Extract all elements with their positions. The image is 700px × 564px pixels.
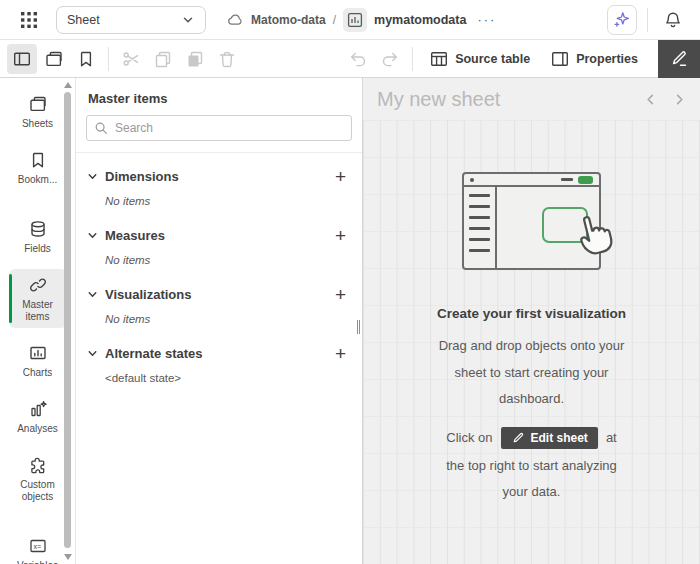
- default-state-item[interactable]: <default state>: [105, 372, 362, 384]
- cta-suffix: at: [606, 430, 617, 445]
- cloud-icon: [226, 11, 244, 29]
- sidebar-item-variables[interactable]: x= Variables: [9, 530, 67, 564]
- sheet-title: My new sheet: [377, 88, 644, 111]
- add-visualization-button[interactable]: +: [333, 285, 348, 304]
- section-empty-text: No items: [105, 254, 362, 266]
- view-selector-value: Sheet: [67, 13, 173, 27]
- section-label: Visualizations: [105, 287, 333, 302]
- section-measures[interactable]: Measures +: [76, 220, 362, 250]
- paste-button[interactable]: [180, 44, 210, 74]
- edit-sheet-button[interactable]: Edit sheet: [501, 427, 598, 449]
- scroll-down-arrow[interactable]: [64, 554, 72, 560]
- section-label: Measures: [105, 228, 333, 243]
- breadcrumb-app-name[interactable]: mymatomodata: [374, 13, 466, 27]
- variables-icon: x=: [28, 536, 48, 556]
- toolbar: Source table Properties: [0, 40, 700, 78]
- sidebar-item-label: Master items: [11, 299, 65, 323]
- add-dimension-button[interactable]: +: [333, 167, 348, 186]
- undo-icon: [348, 49, 368, 69]
- paste-icon: [185, 49, 205, 69]
- chevron-down-icon[interactable]: [86, 229, 99, 242]
- sidebar-item-label: Fields: [24, 243, 51, 255]
- section-empty-text: No items: [105, 195, 362, 207]
- sidebar-item-bookmarks[interactable]: Bookm...: [9, 144, 67, 191]
- section-empty-text: No items: [105, 313, 362, 325]
- pencil-icon: [669, 49, 689, 69]
- search-input[interactable]: [86, 115, 352, 141]
- window-icon: [44, 49, 64, 69]
- link-icon: [28, 275, 48, 295]
- illustration-dot: [470, 178, 474, 182]
- illustration-green-pill: [578, 176, 593, 184]
- section-visualizations[interactable]: Visualizations +: [76, 279, 362, 309]
- svg-text:x=: x=: [33, 543, 41, 550]
- edit-sheet-toggle-button[interactable]: [658, 40, 700, 78]
- sidebar-item-analyses[interactable]: Analyses: [9, 393, 67, 440]
- copy-icon: [153, 49, 173, 69]
- toolbar-divider-right: [412, 47, 413, 71]
- empty-state-body-line: dashboard.: [363, 386, 700, 413]
- topbar-right: [607, 5, 688, 35]
- scroll-up-arrow[interactable]: [64, 82, 72, 88]
- empty-sheet-illustration: [462, 172, 601, 270]
- section-label: Dimensions: [105, 169, 333, 184]
- panel-right-icon: [550, 49, 570, 69]
- breadcrumb-space-name[interactable]: Matomo-data: [251, 13, 326, 27]
- sidebar-item-label: Charts: [23, 367, 52, 379]
- sidebar-item-sheets[interactable]: Sheets: [9, 88, 67, 135]
- undo-button[interactable]: [343, 44, 373, 74]
- nav-scrollbar[interactable]: [63, 78, 73, 564]
- copy-button[interactable]: [148, 44, 178, 74]
- properties-button[interactable]: Properties: [540, 44, 648, 74]
- app-switcher-button[interactable]: [14, 5, 44, 35]
- delete-button[interactable]: [212, 44, 242, 74]
- top-bar: Sheet Matomo-data / mymatomodata ···: [0, 0, 700, 40]
- add-measure-button[interactable]: +: [333, 226, 348, 245]
- master-items-panel: Master items Dimensions + No items: [76, 78, 363, 564]
- ai-assistant-button[interactable]: [607, 5, 637, 35]
- sidebar-item-charts[interactable]: Charts: [9, 337, 67, 384]
- section-dimensions[interactable]: Dimensions +: [76, 161, 362, 191]
- redo-icon: [380, 49, 400, 69]
- empty-state-body-line: sheet to start creating your: [363, 360, 700, 387]
- empty-state-heading: Create your first visualization: [363, 306, 700, 321]
- section-label: Alternate states: [105, 346, 333, 361]
- sheets-toolbar-button[interactable]: [39, 44, 69, 74]
- view-selector-dropdown[interactable]: Sheet: [56, 6, 206, 34]
- section-alternate-states[interactable]: Alternate states +: [76, 338, 362, 368]
- search-icon: [93, 120, 109, 136]
- redo-button[interactable]: [375, 44, 405, 74]
- notifications-button[interactable]: [658, 5, 688, 35]
- panel-title: Master items: [76, 78, 362, 115]
- cta-prefix: Click on: [446, 430, 492, 445]
- cta-line-2: the top right to start analyzing: [363, 453, 700, 480]
- add-alternate-state-button[interactable]: +: [333, 344, 348, 363]
- sidebar-item-label: Bookm...: [18, 174, 57, 186]
- source-table-label: Source table: [455, 52, 530, 66]
- sidebar-item-label: Analyses: [17, 423, 58, 435]
- cut-button[interactable]: [116, 44, 146, 74]
- database-icon: [28, 219, 48, 239]
- source-table-button[interactable]: Source table: [419, 44, 540, 74]
- chevron-down-icon[interactable]: [86, 347, 99, 360]
- panel-resize-handle[interactable]: [357, 320, 362, 334]
- bookmark-toolbar-button[interactable]: [71, 44, 101, 74]
- scrollbar-thumb[interactable]: [64, 92, 71, 548]
- toggle-left-panel-button[interactable]: [7, 44, 37, 74]
- breadcrumb-more-button[interactable]: ···: [477, 12, 496, 27]
- sidebar-item-label: Variables: [17, 560, 58, 564]
- sheets-icon: [28, 94, 48, 114]
- next-sheet-button[interactable]: [673, 92, 686, 107]
- sidebar-item-fields[interactable]: Fields: [9, 213, 67, 260]
- sheet-grid[interactable]: Create your first visualization Drag and…: [363, 120, 700, 564]
- chevron-down-icon[interactable]: [86, 288, 99, 301]
- previous-sheet-button[interactable]: [644, 92, 657, 107]
- table-icon: [429, 49, 449, 69]
- bookmark-icon: [28, 150, 48, 170]
- pencil-icon: [511, 431, 525, 445]
- sidebar-item-custom-objects[interactable]: Custom objects: [9, 449, 67, 508]
- chevron-down-icon[interactable]: [86, 170, 99, 183]
- toolbar-right: Source table Properties: [342, 40, 700, 78]
- panel-left-icon: [12, 49, 32, 69]
- sidebar-item-master-items[interactable]: Master items: [9, 269, 67, 328]
